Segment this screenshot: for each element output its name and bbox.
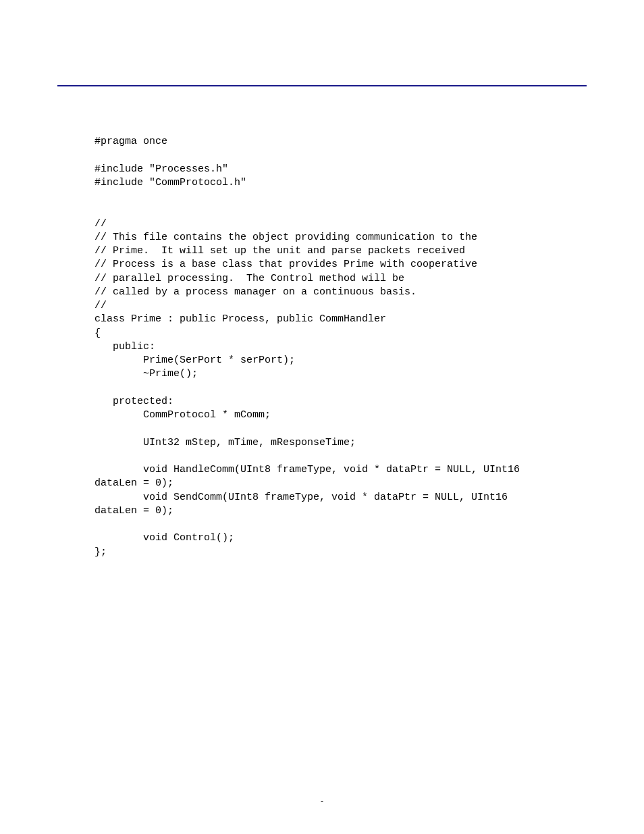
code-block: #pragma once #include "Processes.h" #inc…: [95, 135, 587, 559]
page: #pragma once #include "Processes.h" #inc…: [0, 0, 644, 834]
header-rule: [57, 85, 587, 86]
footer-dash: -: [0, 796, 644, 806]
